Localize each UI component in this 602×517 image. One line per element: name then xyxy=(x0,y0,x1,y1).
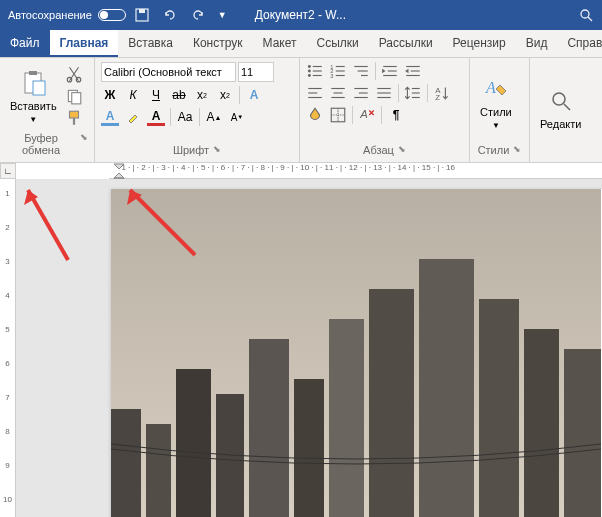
cut-icon[interactable] xyxy=(65,65,83,83)
ruler-tick: 8 xyxy=(5,427,9,436)
styles-dropdown-icon: ▼ xyxy=(492,121,500,130)
svg-point-17 xyxy=(308,74,311,77)
strikethrough-button[interactable]: ab xyxy=(170,86,188,104)
styles-btn-label: Стили xyxy=(480,106,512,118)
change-case-button[interactable]: Aa xyxy=(176,108,194,126)
ruler-tick: 10 xyxy=(3,495,12,504)
font-size-select[interactable] xyxy=(238,62,274,82)
autosave-label: Автосохранение xyxy=(8,9,92,21)
font-color-bg-button[interactable]: A xyxy=(101,108,119,126)
sort-icon[interactable]: AZ xyxy=(433,84,451,102)
clipboard-label: Буфер обмена xyxy=(6,132,76,156)
svg-text:A: A xyxy=(485,79,496,96)
align-right-icon[interactable] xyxy=(352,84,370,102)
font-launcher-icon[interactable]: ⬊ xyxy=(213,144,221,156)
shrink-font-button[interactable]: A▼ xyxy=(228,108,246,126)
autosave-toggle[interactable]: Автосохранение xyxy=(8,9,126,21)
title-bar: Автосохранение ▼ Документ2 - W... xyxy=(0,0,602,30)
tab-insert[interactable]: Вставка xyxy=(118,30,183,57)
paragraph-launcher-icon[interactable]: ⬊ xyxy=(398,144,406,156)
align-center-icon[interactable] xyxy=(329,84,347,102)
ruler-tick: 9 xyxy=(5,461,9,470)
styles-label: Стили xyxy=(478,144,510,156)
ruler-tick: 4 xyxy=(5,291,9,300)
svg-point-15 xyxy=(308,70,311,73)
divider xyxy=(239,86,240,104)
clipboard-icon xyxy=(19,69,47,97)
font-name-select[interactable] xyxy=(101,62,236,82)
svg-line-3 xyxy=(588,17,592,21)
align-left-icon[interactable] xyxy=(306,84,324,102)
editing-button[interactable]: Редакти xyxy=(536,83,585,134)
svg-text:Z: Z xyxy=(435,93,440,102)
tab-design[interactable]: Конструк xyxy=(183,30,253,57)
paste-button[interactable]: Вставить ▼ xyxy=(6,65,61,128)
svg-rect-11 xyxy=(69,111,78,118)
grow-font-button[interactable]: A▲ xyxy=(205,108,223,126)
bullets-icon[interactable] xyxy=(306,62,324,80)
ruler-tick: 1 xyxy=(5,189,9,198)
styles-launcher-icon[interactable]: ⬊ xyxy=(513,144,521,156)
tab-mailings[interactable]: Рассылки xyxy=(369,30,443,57)
divider xyxy=(170,108,171,126)
tab-layout[interactable]: Макет xyxy=(253,30,307,57)
decrease-indent-icon[interactable] xyxy=(381,62,399,80)
ruler-corner[interactable]: ∟ xyxy=(0,163,16,179)
group-clipboard: Вставить ▼ Буфер обмена⬊ xyxy=(0,58,95,162)
paragraph-mark-button[interactable]: ¶ xyxy=(387,106,405,124)
clear-formatting-icon[interactable]: A xyxy=(358,106,376,124)
svg-text:3: 3 xyxy=(330,73,333,79)
ruler-tick: 7 xyxy=(5,393,9,402)
group-paragraph: 123 AZ A ¶ xyxy=(300,58,470,162)
group-styles: A Стили ▼ Стили⬊ xyxy=(470,58,530,162)
bold-button[interactable]: Ж xyxy=(101,86,119,104)
increase-indent-icon[interactable] xyxy=(404,62,422,80)
styles-button[interactable]: A Стили ▼ xyxy=(476,71,516,134)
toggle-switch[interactable] xyxy=(98,9,126,21)
tab-review[interactable]: Рецензир xyxy=(443,30,516,57)
copy-icon[interactable] xyxy=(65,87,83,105)
divider xyxy=(381,106,382,124)
vertical-ruler[interactable]: 1 2 3 4 5 6 7 8 9 10 xyxy=(0,179,16,517)
tab-file[interactable]: Файл xyxy=(0,30,50,57)
divider xyxy=(199,108,200,126)
document-title: Документ2 - W... xyxy=(255,8,346,22)
redo-icon[interactable] xyxy=(190,7,206,23)
multilevel-icon[interactable] xyxy=(352,62,370,80)
ruler-tick: 6 xyxy=(5,359,9,368)
ruler-tick: 5 xyxy=(5,325,9,334)
format-painter-icon[interactable] xyxy=(65,109,83,127)
borders-icon[interactable] xyxy=(329,106,347,124)
justify-icon[interactable] xyxy=(375,84,393,102)
svg-rect-12 xyxy=(73,118,75,125)
tab-references[interactable]: Ссылки xyxy=(306,30,368,57)
superscript-button[interactable]: x2 xyxy=(216,86,234,104)
tab-home[interactable]: Главная xyxy=(50,30,119,57)
numbering-icon[interactable]: 123 xyxy=(329,62,347,80)
highlight-button[interactable] xyxy=(124,108,142,126)
text-effects-button[interactable]: A xyxy=(245,86,263,104)
save-icon[interactable] xyxy=(134,7,150,23)
annotation-arrow-1 xyxy=(18,175,78,265)
paste-dropdown-icon: ▼ xyxy=(29,115,37,124)
italic-button[interactable]: К xyxy=(124,86,142,104)
divider xyxy=(375,62,376,80)
undo-icon[interactable] xyxy=(162,7,178,23)
font-color-button[interactable]: A xyxy=(147,108,165,126)
shading-icon[interactable] xyxy=(306,106,324,124)
qat-dropdown-icon[interactable]: ▼ xyxy=(218,10,227,20)
svg-rect-6 xyxy=(33,81,45,95)
subscript-button[interactable]: x2 xyxy=(193,86,211,104)
clipboard-launcher-icon[interactable]: ⬊ xyxy=(80,132,88,156)
line-spacing-icon[interactable] xyxy=(404,84,422,102)
tab-help[interactable]: Справка xyxy=(557,30,602,57)
ruler-tick: 2 xyxy=(5,223,9,232)
underline-button[interactable]: Ч xyxy=(147,86,165,104)
document-area[interactable] xyxy=(16,179,602,517)
editing-label: Редакти xyxy=(540,118,581,130)
divider xyxy=(398,84,399,102)
svg-point-13 xyxy=(308,65,311,68)
search-icon[interactable] xyxy=(578,7,594,23)
tab-view[interactable]: Вид xyxy=(516,30,558,57)
divider xyxy=(352,106,353,124)
